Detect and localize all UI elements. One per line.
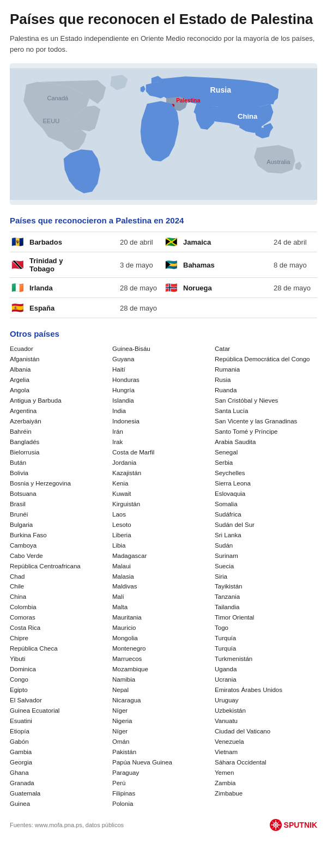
list-item: Guinea-Bisáu [112,344,213,354]
list-item: San Vicente y las Granadinas [215,416,315,427]
list-item: Mongolia [112,633,213,644]
list-item: Dominica [10,664,110,675]
country-date-jamaica: 24 de abril [274,238,317,246]
list-item: Ecuador [10,344,110,354]
list-item: Hungría [112,385,213,396]
section-2024-title: Países que reconocieron a Palestina en 2… [10,216,317,225]
list-item: Guatemala [10,788,110,799]
list-item: Bolivia [10,468,110,478]
country-name-bahamas: Bahamas [183,261,269,269]
list-item: Indonesia [112,416,213,427]
list-item: Nepal [112,685,213,695]
country-date-trinidad: 3 de mayo [120,261,164,269]
list-item: Ucrania [215,675,315,685]
country-name-trinidad: Trinidad yTobago [29,257,116,273]
list-item: Uruguay [215,695,315,706]
footer: Fuentes: www.mofa.pna.ps, datos públicos… [10,819,317,831]
list-item: Nigeria [112,716,213,726]
list-item: Venezuela [215,737,315,747]
flag-bahamas: 🇧🇸 [164,259,179,270]
svg-text:Australia: Australia [267,159,290,166]
list-item: Eslovaquia [215,489,315,499]
list-item: Tanzania [215,592,315,602]
list-item: Bielorrusia [10,447,110,458]
list-item: Sudán del Sur [215,520,315,530]
country-name-jamaica: Jamaica [183,238,269,246]
country-row-3: 🇮🇪 Irlanda 28 de mayo 🇳🇴 Noruega 28 de m… [10,277,317,298]
flag-noruega: 🇳🇴 [164,282,179,293]
others-col-2: Guinea-BisáuGuyanaHaitíHondurasHungríaIs… [112,344,215,809]
list-item: Santo Tomé y Príncipe [215,427,315,437]
sputnik-icon [270,819,282,831]
list-item: Siria [215,572,315,582]
list-item: Suecia [215,561,315,572]
list-item: Uganda [215,664,315,675]
list-item: Botsuana [10,489,110,499]
list-item: Chad [10,572,110,582]
list-item: Sri Lanka [215,530,315,541]
list-item: Egipto [10,685,110,695]
list-item: Kazajistán [112,468,213,478]
list-item: Argelia [10,375,110,385]
list-item: Sudán [215,541,315,551]
list-item: Tailandia [215,602,315,612]
list-item: Guinea Ecuatorial [10,706,110,716]
list-item: Congo [10,675,110,685]
list-item: Somalia [215,499,315,509]
list-item: Papúa Nueva Guinea [112,757,213,768]
list-item: Libia [112,541,213,551]
list-item: Perú [112,778,213,788]
list-item: Georgia [10,757,110,768]
list-item: Montenegro [112,644,213,654]
country-name-barbados: Barbados [29,238,116,246]
list-item: Angola [10,385,110,396]
col-left-1: 🇧🇧 Barbados 20 de abril [10,236,164,247]
list-item: Níger [112,706,213,716]
list-item: Serbia [215,458,315,468]
sputnik-logo: SPUTNIK [270,819,317,831]
country-row-4: 🇪🇸 España 28 de mayo [10,298,317,318]
list-item: China [10,592,110,602]
others-list: EcuadorAfganistánAlbaniaArgeliaAngolaAnt… [10,344,317,809]
flag-jamaica: 🇯🇲 [164,236,179,247]
list-item: Ciudad del Vaticano [215,726,315,737]
list-item: Etiopía [10,726,110,737]
others-col-3: CatarRepública Democrática del CongoRuma… [215,344,317,809]
list-item: Bahréin [10,427,110,437]
list-item: Bulgaria [10,520,110,530]
country-name-irlanda: Irlanda [29,284,116,292]
country-row-2: 🇹🇹 Trinidad yTobago 3 de mayo 🇧🇸 Bahamas… [10,252,317,277]
list-item: Burkina Faso [10,530,110,541]
list-item: Brunéi [10,509,110,520]
list-item: Paraguay [112,768,213,778]
list-item: Sierra Leona [215,478,315,489]
others-section: Otros países EcuadorAfganistánAlbaniaArg… [10,329,317,809]
main-container: Países que reconocen el Estado de Palest… [0,0,327,842]
list-item: Pakistán [112,747,213,757]
list-item: Yibuti [10,654,110,664]
list-item: Colombia [10,602,110,612]
list-item: Rusia [215,375,315,385]
list-item: Madagascar [112,551,213,561]
list-item: Guyana [112,354,213,365]
list-item: Senegal [215,447,315,458]
list-item: Nicaragua [112,695,213,706]
list-item: Polonia [112,799,213,809]
list-item: Cabo Verde [10,551,110,561]
list-item: Kuwait [112,489,213,499]
list-item: Malaui [112,561,213,572]
list-item: Turkmenistán [215,654,315,664]
list-item: Kirguistán [112,499,213,509]
list-item: Turquía [215,633,315,644]
world-map: Canadá EEUU Rusia China Palestina Austra… [10,63,317,205]
country-date-irlanda: 28 de mayo [120,284,164,292]
list-item: Jordania [112,458,213,468]
list-item: Esuatini [10,716,110,726]
list-item: Irán [112,427,213,437]
list-item: Rumania [215,365,315,375]
list-item: Yemen [215,768,315,778]
list-item: República Checa [10,644,110,654]
list-item: Bosnia y Herzegovina [10,478,110,489]
list-item: Bangladés [10,437,110,447]
list-item: Emiratos Árabes Unidos [215,685,315,695]
